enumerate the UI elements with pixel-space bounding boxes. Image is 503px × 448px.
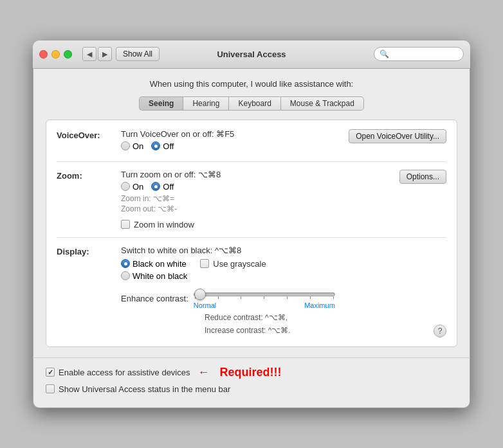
zoom-shortcut3: Zoom out: ⌥⌘- xyxy=(121,204,399,213)
display-label: Display: xyxy=(57,246,121,337)
enable-assistive-label: Enable access for assistive devices xyxy=(59,368,190,377)
enhance-contrast-label: Enhance contrast: xyxy=(121,294,188,303)
voiceover-off-label: Off xyxy=(163,141,174,151)
slider-labels: Normal Maximum xyxy=(194,301,335,309)
traffic-lights xyxy=(39,50,72,58)
contrast-slider-thumb[interactable] xyxy=(194,289,206,300)
zoom-label: Zoom: xyxy=(57,170,121,229)
contrast-slider[interactable] xyxy=(194,292,335,296)
zoom-on-radio[interactable] xyxy=(121,182,130,191)
tick-5 xyxy=(287,296,288,299)
show-status-row: Show Universal Access status in the menu… xyxy=(46,384,457,394)
tick-3 xyxy=(241,296,241,299)
white-on-black-option[interactable]: White on black xyxy=(121,271,187,281)
display-section: Display: Switch to white on black: ^⌥⌘8 … xyxy=(57,246,446,337)
enable-assistive-checkbox[interactable] xyxy=(46,368,55,377)
titlebar: ◀ ▶ Show All Universal Access 🔍 xyxy=(33,40,470,69)
show-status-label: Show Universal Access status in the menu… xyxy=(59,384,230,394)
voiceover-on-option[interactable]: On xyxy=(121,141,143,151)
grayscale-label: Use grayscale xyxy=(213,259,266,269)
enable-assistive-row: Enable access for assistive devices ← Re… xyxy=(46,366,457,379)
minimize-button[interactable] xyxy=(51,50,60,58)
voiceover-shortcut: Turn VoiceOver on or off: ⌘F5 xyxy=(121,129,349,139)
increase-contrast-label: Increase contrast: ^⌥⌘. xyxy=(205,326,446,335)
zoom-on-label: On xyxy=(133,182,143,192)
show-status-checkbox[interactable] xyxy=(46,384,55,393)
grayscale-row[interactable]: Use grayscale xyxy=(200,259,266,269)
display-shortcut: Switch to white on black: ^⌥⌘8 xyxy=(121,246,446,255)
tab-bar: Seeing Hearing Keyboard Mouse & Trackpad xyxy=(46,96,457,111)
grayscale-checkbox[interactable] xyxy=(200,259,209,268)
tick-2 xyxy=(218,296,219,299)
zoom-right: Options... xyxy=(399,170,446,229)
zoom-shortcut1: Turn zoom on or off: ⌥⌘8 xyxy=(121,170,399,179)
voiceover-content: Turn VoiceOver on or off: ⌘F5 On Off xyxy=(121,129,349,154)
help-button[interactable]: ? xyxy=(434,325,446,337)
zoom-off-label: Off xyxy=(163,182,174,192)
display-grayscale: Use grayscale xyxy=(200,259,266,281)
display-content: Switch to white on black: ^⌥⌘8 Black on … xyxy=(121,246,446,337)
nav-buttons: ◀ ▶ xyxy=(82,47,112,61)
white-on-black-label: White on black xyxy=(133,271,187,281)
zoom-radio-row: On Off xyxy=(121,182,399,192)
search-box[interactable]: 🔍 xyxy=(374,47,464,61)
voiceover-off-radio[interactable] xyxy=(151,141,160,150)
zoom-in-window-row[interactable]: Zoom in window xyxy=(121,220,399,229)
voiceover-label: VoiceOver: xyxy=(57,129,121,154)
main-content: When using this computer, I would like a… xyxy=(33,69,470,357)
black-on-white-radio[interactable] xyxy=(121,259,130,268)
maximize-button[interactable] xyxy=(64,50,72,58)
zoom-shortcut2: Zoom in: ⌥⌘= xyxy=(121,194,399,203)
slider-min-label: Normal xyxy=(194,301,216,309)
back-button[interactable]: ◀ xyxy=(82,47,96,61)
zoom-options-button[interactable]: Options... xyxy=(399,170,446,184)
voiceover-on-label: On xyxy=(133,141,143,151)
required-label: Required!!! xyxy=(219,366,281,379)
voiceover-on-radio[interactable] xyxy=(121,141,130,150)
voiceover-radio-row: On Off xyxy=(121,141,349,151)
zoom-section: Zoom: Turn zoom on or off: ⌥⌘8 On Off Z xyxy=(57,170,446,238)
white-on-black-radio[interactable] xyxy=(121,271,130,280)
display-color-options: Black on white White on black xyxy=(121,259,187,281)
window: ◀ ▶ Show All Universal Access 🔍 When usi… xyxy=(33,40,470,408)
tab-hearing[interactable]: Hearing xyxy=(183,96,228,111)
tab-mouse-trackpad[interactable]: Mouse & Trackpad xyxy=(280,96,364,111)
zoom-content: Turn zoom on or off: ⌥⌘8 On Off Zoom in:… xyxy=(121,170,399,229)
tab-keyboard[interactable]: Keyboard xyxy=(228,96,280,111)
slider-max-label: Maximum xyxy=(304,301,335,309)
black-on-white-option[interactable]: Black on white xyxy=(121,259,187,269)
tab-seeing[interactable]: Seeing xyxy=(139,96,183,111)
display-options-row: Black on white White on black Use graysc… xyxy=(121,259,446,281)
voiceover-off-option[interactable]: Off xyxy=(151,141,174,151)
voiceover-right: Open VoiceOver Utility... xyxy=(349,129,446,154)
tick-6 xyxy=(310,296,311,299)
tick-4 xyxy=(264,296,264,299)
close-button[interactable] xyxy=(39,50,48,58)
zoom-off-radio[interactable] xyxy=(151,182,160,191)
enhance-contrast-row: Enhance contrast: xyxy=(121,289,446,309)
assist-label: When using this computer, I would like a… xyxy=(46,79,457,89)
black-on-white-label: Black on white xyxy=(133,259,187,269)
zoom-on-option[interactable]: On xyxy=(121,182,143,192)
search-icon: 🔍 xyxy=(380,49,389,58)
arrow-icon: ← xyxy=(197,366,209,379)
slider-ticks xyxy=(194,296,335,299)
settings-panel: VoiceOver: Turn VoiceOver on or off: ⌘F5… xyxy=(46,120,457,347)
show-all-button[interactable]: Show All xyxy=(116,47,160,61)
tick-7 xyxy=(333,296,334,299)
zoom-in-window-label: Zoom in window xyxy=(134,220,194,229)
zoom-in-window-checkbox[interactable] xyxy=(121,220,130,229)
zoom-off-option[interactable]: Off xyxy=(151,182,174,192)
voiceover-section: VoiceOver: Turn VoiceOver on or off: ⌘F5… xyxy=(57,129,446,162)
contrast-shortcuts: Reduce contrast: ^⌥⌘, Increase contrast:… xyxy=(205,313,446,335)
reduce-contrast-label: Reduce contrast: ^⌥⌘, xyxy=(205,313,446,322)
window-title: Universal Access xyxy=(217,49,286,59)
bottom-section: Enable access for assistive devices ← Re… xyxy=(33,357,470,408)
open-voiceover-utility-button[interactable]: Open VoiceOver Utility... xyxy=(349,129,446,143)
forward-button[interactable]: ▶ xyxy=(98,47,112,61)
